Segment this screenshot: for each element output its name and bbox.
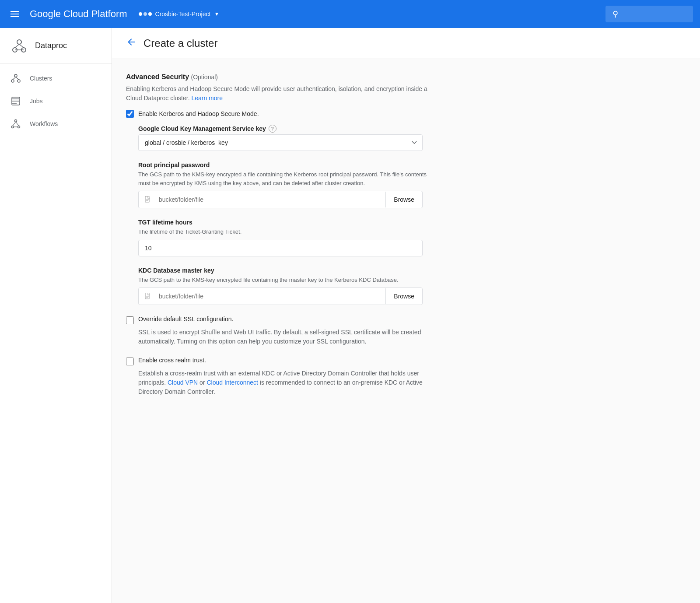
svg-rect-24 xyxy=(145,293,149,299)
sidebar-header: Dataproc xyxy=(0,28,112,63)
tgt-input[interactable] xyxy=(138,240,423,256)
dataproc-icon xyxy=(10,37,28,54)
ssl-checkbox-row: Override default SSL configuration. xyxy=(126,316,430,324)
cross-realm-checkbox[interactable] xyxy=(126,358,134,365)
ssl-desc: SSL is used to encrypt Shuffle and Web U… xyxy=(138,328,430,346)
file-icon xyxy=(139,191,157,208)
svg-line-4 xyxy=(19,44,24,48)
kdc-file-icon xyxy=(139,288,157,305)
sidebar-item-clusters[interactable]: Clusters xyxy=(0,67,112,90)
project-name: Crosbie-Test-Project xyxy=(155,11,211,18)
kms-key-select[interactable]: global / crosbie / kerberos_key xyxy=(138,134,423,151)
search-button[interactable]: ⚲ xyxy=(606,6,693,22)
tgt-label: TGT lifetime hours xyxy=(138,219,430,226)
kdc-label: KDC Database master key xyxy=(138,267,430,274)
svg-line-3 xyxy=(15,44,19,48)
sidebar-item-clusters-label: Clusters xyxy=(30,75,52,82)
kdc-desc: The GCS path to the KMS-key encrypted fi… xyxy=(138,276,430,284)
main-layout: Dataproc Clusters xyxy=(0,28,700,603)
svg-point-0 xyxy=(17,40,21,44)
root-password-input-row: Browse xyxy=(138,191,423,208)
tgt-desc: The lifetime of the Ticket-Granting Tick… xyxy=(138,228,430,236)
kdc-input[interactable] xyxy=(157,288,385,304)
content-header: Create a cluster xyxy=(112,28,700,59)
kdc-browse-button[interactable]: Browse xyxy=(385,288,422,304)
content-area: Create a cluster Advanced Security (Opti… xyxy=(112,28,700,603)
kerberos-fields: Google Cloud Key Management Service key … xyxy=(138,125,430,305)
kms-key-label: Google Cloud Key Management Service key … xyxy=(138,125,430,133)
cross-realm-desc: Establish a cross-realm trust with an ex… xyxy=(138,369,430,396)
svg-line-18 xyxy=(13,122,16,126)
page-title: Create a cluster xyxy=(144,37,217,49)
svg-point-8 xyxy=(18,80,20,82)
sidebar-item-workflows[interactable]: Workflows xyxy=(0,112,112,135)
kms-key-group: Google Cloud Key Management Service key … xyxy=(138,125,430,151)
svg-point-17 xyxy=(18,126,20,128)
cross-realm-checkbox-row: Enable cross realm trust. xyxy=(126,357,430,365)
cloud-interconnect-link[interactable]: Cloud Interconnect xyxy=(206,379,259,386)
enable-kerberos-row: Enable Kerberos and Hadoop Secure Mode. xyxy=(126,110,430,118)
tgt-group: TGT lifetime hours The lifetime of the T… xyxy=(138,219,430,256)
sidebar-item-jobs-label: Jobs xyxy=(30,98,43,105)
sidebar: Dataproc Clusters xyxy=(0,28,112,603)
svg-point-16 xyxy=(12,126,14,128)
chevron-down-icon: ▼ xyxy=(214,11,219,17)
app-title: Google Cloud Platform xyxy=(30,8,127,20)
enable-kerberos-checkbox[interactable] xyxy=(126,110,134,118)
root-password-group: Root principal password The GCS path to … xyxy=(138,161,430,208)
back-button[interactable] xyxy=(126,37,136,50)
menu-button[interactable] xyxy=(7,7,23,21)
sidebar-item-jobs[interactable]: Jobs xyxy=(0,90,112,112)
cloud-vpn-link[interactable]: Cloud VPN xyxy=(168,379,200,386)
svg-point-6 xyxy=(14,74,17,77)
enable-kerberos-label[interactable]: Enable Kerberos and Hadoop Secure Mode. xyxy=(138,110,259,117)
sidebar-nav: Clusters Jobs xyxy=(0,63,112,139)
svg-point-15 xyxy=(15,120,17,122)
kms-key-help-icon[interactable]: ? xyxy=(269,125,276,133)
svg-line-19 xyxy=(16,122,19,126)
root-password-browse-button[interactable]: Browse xyxy=(385,192,422,207)
clusters-icon xyxy=(10,73,21,84)
sidebar-service-title: Dataproc xyxy=(35,41,67,50)
ssl-checkbox[interactable] xyxy=(126,316,134,324)
section-title: Advanced Security (Optional) xyxy=(126,73,218,81)
kdc-input-row: Browse xyxy=(138,287,423,305)
svg-rect-21 xyxy=(145,196,149,203)
section-description: Enabling Kerberos and Hadoop Secure Mode… xyxy=(126,84,430,103)
project-icon xyxy=(139,12,152,16)
workflows-icon xyxy=(10,119,21,129)
cross-realm-section: Enable cross realm trust. Establish a cr… xyxy=(126,357,430,396)
sidebar-item-workflows-label: Workflows xyxy=(30,120,58,127)
root-password-input[interactable] xyxy=(157,192,385,207)
svg-line-10 xyxy=(16,77,19,80)
form-content: Advanced Security (Optional) Enabling Ke… xyxy=(112,59,444,421)
svg-point-7 xyxy=(11,80,14,82)
cross-realm-label[interactable]: Enable cross realm trust. xyxy=(138,357,206,364)
learn-more-link[interactable]: Learn more xyxy=(191,95,223,102)
root-password-label: Root principal password xyxy=(138,161,430,168)
ssl-label[interactable]: Override default SSL configuration. xyxy=(138,316,233,323)
topbar: Google Cloud Platform Crosbie-Test-Proje… xyxy=(0,0,700,28)
project-selector[interactable]: Crosbie-Test-Project ▼ xyxy=(134,8,224,20)
section-optional: (Optional) xyxy=(191,74,218,81)
root-password-desc: The GCS path to the KMS-key encrypted a … xyxy=(138,170,430,187)
svg-line-9 xyxy=(13,77,16,80)
jobs-icon xyxy=(10,96,21,106)
advanced-security-header: Advanced Security (Optional) xyxy=(126,73,430,81)
search-icon: ⚲ xyxy=(612,9,618,19)
kdc-group: KDC Database master key The GCS path to … xyxy=(138,267,430,305)
ssl-section: Override default SSL configuration. SSL … xyxy=(126,316,430,346)
